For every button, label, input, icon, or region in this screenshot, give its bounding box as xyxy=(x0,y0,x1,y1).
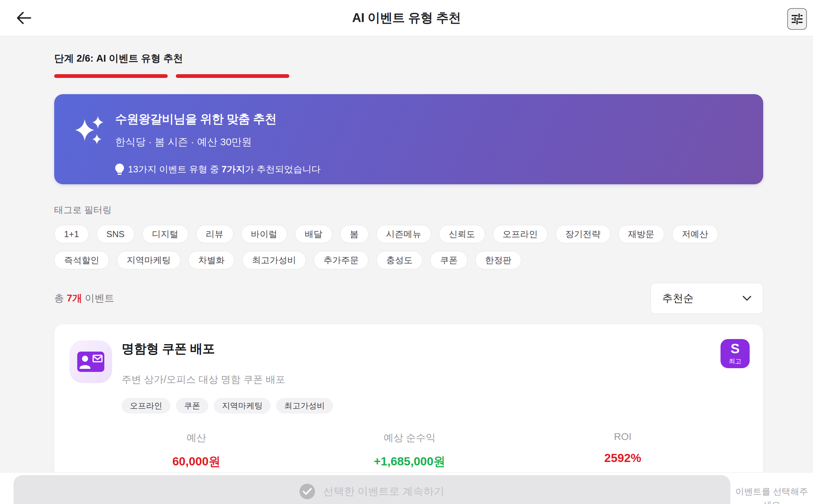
filter-tag[interactable]: 장기전략 xyxy=(556,225,610,243)
page-title: AI 이벤트 유형 추천 xyxy=(352,9,461,26)
filter-tag[interactable]: 저예산 xyxy=(672,225,718,243)
filter-tag[interactable]: 시즌메뉴 xyxy=(376,225,431,243)
filter-tag[interactable]: 디지털 xyxy=(142,225,188,243)
bottom-bar: 선택한 이벤트로 계속하기 이벤트를 선택해주세요 xyxy=(0,472,813,504)
event-tags: 오프라인 쿠폰 지역마케팅 최고가성비 xyxy=(122,398,333,414)
filter-tag[interactable]: 신뢰도 xyxy=(439,225,485,243)
filter-tag[interactable]: 추가주문 xyxy=(314,251,369,269)
event-tag: 지역마케팅 xyxy=(214,398,271,414)
filter-tag[interactable]: 최고가성비 xyxy=(242,251,306,269)
grade-badge: S 최고 xyxy=(721,339,750,368)
selection-hint: 이벤트를 선택해주세요 xyxy=(734,485,810,504)
header: AI 이벤트 유형 추천 xyxy=(0,0,813,36)
banner-info: 13가지 이벤트 유형 중 7가지가 추천되었습니다 xyxy=(115,163,321,175)
back-button[interactable] xyxy=(13,7,35,29)
stat-expected-profit: 예상 순수익 +1,685,000원 xyxy=(303,431,516,469)
filter-tag[interactable]: 차별화 xyxy=(188,251,234,269)
filter-settings-button[interactable] xyxy=(787,8,807,30)
filter-tag[interactable]: 1+1 xyxy=(54,225,89,243)
banner-info-text: 13가지 이벤트 유형 중 7가지가 추천되었습니다 xyxy=(128,163,321,175)
stat-budget: 예산 60,000원 xyxy=(90,431,303,469)
filter-tag[interactable]: 바이럴 xyxy=(241,225,287,243)
sparkles-icon xyxy=(73,113,108,148)
filter-tag[interactable]: 리뷰 xyxy=(196,225,233,243)
sort-dropdown-value: 추천순 xyxy=(662,291,694,306)
check-circle-icon xyxy=(299,484,315,499)
recommendation-banner: 수원왕갈비님을 위한 맞춤 추천 한식당 · 봄 시즌 · 예산 30만원 13… xyxy=(54,94,763,184)
filter-tag-list: 1+1 SNS 디지털 리뷰 바이럴 배달 봄 시즌메뉴 신뢰도 오프라인 장기… xyxy=(54,225,763,269)
tune-sliders-icon xyxy=(791,12,803,26)
event-title: 명함형 쿠폰 배포 xyxy=(122,340,333,357)
banner-title: 수원왕갈비님을 위한 맞춤 추천 xyxy=(115,111,321,127)
filter-tag[interactable]: 오프라인 xyxy=(493,225,548,243)
banner-text: 수원왕갈비님을 위한 맞춤 추천 한식당 · 봄 시즌 · 예산 30만원 13… xyxy=(115,111,321,175)
results-count: 총 7개 이벤트 xyxy=(54,292,114,305)
filter-tag[interactable]: 재방문 xyxy=(618,225,664,243)
contact-card-icon xyxy=(69,340,112,383)
filter-label: 태그로 필터링 xyxy=(54,204,763,216)
event-tag: 오프라인 xyxy=(122,398,170,414)
event-tag: 쿠폰 xyxy=(176,398,208,414)
chevron-down-icon xyxy=(743,296,751,301)
step-label: 단계 2/6: AI 이벤트 유형 추천 xyxy=(54,52,763,65)
filter-tag[interactable]: 즉석할인 xyxy=(54,251,109,269)
progress-bar-segment xyxy=(176,74,289,78)
banner-subtitle: 한식당 · 봄 시즌 · 예산 30만원 xyxy=(115,135,321,149)
event-card-text: 명함형 쿠폰 배포 주변 상가/오피스 대상 명함 쿠폰 배포 오프라인 쿠폰 … xyxy=(122,340,333,414)
lightbulb-icon xyxy=(115,164,124,175)
continue-button-label: 선택한 이벤트로 계속하기 xyxy=(323,484,444,499)
event-card-head: 명함형 쿠폰 배포 주변 상가/오피스 대상 명함 쿠폰 배포 오프라인 쿠폰 … xyxy=(69,340,750,414)
main-content: 단계 2/6: AI 이벤트 유형 추천 수원왕갈비님을 위한 맞춤 추천 한식… xyxy=(54,36,763,504)
progress-bars xyxy=(54,74,763,78)
filter-tag[interactable]: 한정판 xyxy=(475,251,521,269)
filter-tag[interactable]: SNS xyxy=(97,225,134,243)
results-row: 총 7개 이벤트 추천순 xyxy=(54,283,763,314)
filter-tag[interactable]: 지역마케팅 xyxy=(117,251,181,269)
grade-letter: S xyxy=(731,342,740,355)
filter-tag[interactable]: 충성도 xyxy=(376,251,422,269)
grade-caption: 최고 xyxy=(729,357,742,366)
sort-dropdown[interactable]: 추천순 xyxy=(650,283,763,314)
arrow-left-icon xyxy=(15,10,33,26)
filter-tag[interactable]: 쿠폰 xyxy=(430,251,467,269)
continue-button[interactable]: 선택한 이벤트로 계속하기 xyxy=(14,475,730,504)
results-count-number: 7개 xyxy=(67,293,82,303)
filter-tag[interactable]: 봄 xyxy=(340,225,369,243)
event-tag: 최고가성비 xyxy=(276,398,333,414)
filter-tag[interactable]: 배달 xyxy=(295,225,332,243)
progress-bar-segment xyxy=(54,74,168,78)
event-stats: 예산 60,000원 예상 순수익 +1,685,000원 ROI 2592% xyxy=(69,431,750,469)
event-description: 주변 상가/오피스 대상 명함 쿠폰 배포 xyxy=(122,373,333,386)
stat-roi: ROI 2592% xyxy=(516,431,729,469)
